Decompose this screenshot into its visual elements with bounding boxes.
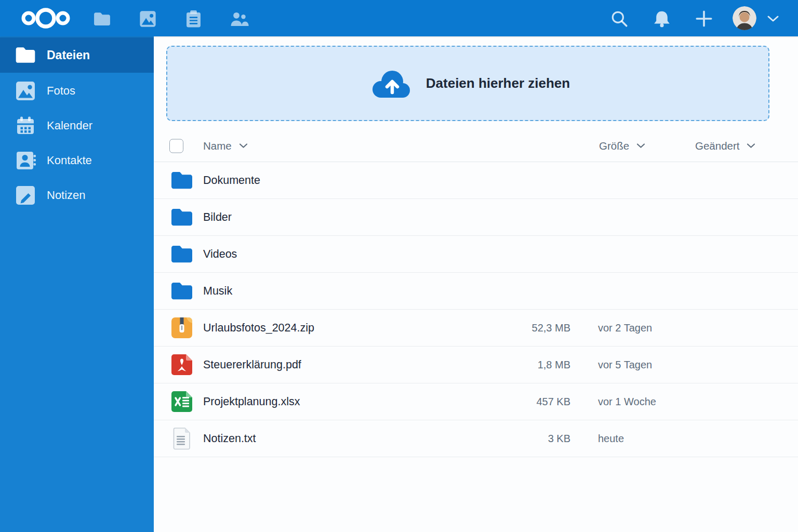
column-label: Name [203, 140, 232, 152]
sidebar-item-dateien[interactable]: Dateien [0, 37, 154, 73]
cloud-upload-icon [366, 68, 417, 100]
zip-icon [169, 315, 194, 340]
column-header-name[interactable]: Name [203, 140, 248, 152]
chevron-down-icon [747, 143, 755, 149]
dropzone-label: Dateien hierher ziehen [426, 75, 570, 91]
file-name: Videos [203, 248, 237, 261]
table-row[interactable]: Bilder [154, 199, 798, 236]
sidebar-item-kontakte[interactable]: Kontakte [0, 143, 154, 178]
chevron-down-icon [239, 143, 248, 149]
sidebar-item-label: Fotos [47, 84, 75, 98]
clipboard-icon [184, 9, 203, 29]
file-modified: vor 1 Woche [598, 396, 656, 408]
file-name: Dokumente [203, 174, 260, 187]
table-row[interactable]: Musik [154, 273, 798, 310]
contact-book-icon [14, 149, 37, 172]
photos-icon [138, 9, 157, 29]
table-row[interactable]: Steuererklärung.pdf 1,8 MB vor 5 Tagen [154, 347, 798, 383]
photos-icon [14, 79, 37, 102]
file-modified: vor 2 Tagen [598, 322, 652, 334]
file-name: Projektplanung.xlsx [203, 395, 300, 408]
calendar-icon [14, 114, 37, 137]
sidebar-item-label: Dateien [47, 48, 90, 62]
chevron-down-icon [636, 143, 645, 149]
notifications-button[interactable] [653, 9, 671, 28]
sidebar-item-notizen[interactable]: Notizen [0, 178, 154, 212]
select-all-checkbox[interactable] [169, 139, 183, 153]
column-header-size[interactable]: Größe [599, 140, 645, 152]
column-header-modified[interactable]: Geändert [695, 140, 755, 152]
search-icon [610, 9, 629, 28]
folder-icon [169, 205, 194, 230]
file-modified: vor 5 Tagen [598, 359, 652, 371]
upload-dropzone[interactable]: Dateien hierher ziehen [166, 46, 769, 121]
bell-icon [653, 9, 671, 28]
app-button-contacts[interactable] [229, 8, 249, 29]
file-name: Urlaubsfotos_2024.zip [203, 322, 314, 335]
sidebar: Dateien Fotos Kalender Kontakte [0, 36, 154, 532]
folder-icon [14, 44, 37, 66]
file-list: Dokumente Bilder Videos Musik Urlaubsfot [154, 162, 798, 457]
top-navigation-bar [0, 0, 798, 36]
app-button-photos[interactable] [137, 8, 158, 29]
table-row[interactable]: Projektplanung.xlsx 457 KB vor 1 Woche [154, 383, 798, 420]
file-size: 457 KB [536, 396, 570, 408]
pdf-icon [169, 352, 194, 377]
column-label: Größe [599, 140, 629, 152]
avatar[interactable] [733, 6, 756, 30]
search-button[interactable] [610, 9, 629, 28]
sidebar-item-label: Kontakte [47, 154, 92, 167]
folder-icon [169, 242, 194, 267]
table-row[interactable]: Urlaubsfotos_2024.zip 52,3 MB vor 2 Tage… [154, 310, 798, 347]
app-button-tasks[interactable] [183, 8, 204, 29]
pencil-note-icon [14, 184, 37, 207]
nextcloud-logo-icon[interactable] [20, 6, 72, 31]
users-icon [230, 9, 249, 29]
table-header: Name Größe Geändert [154, 130, 798, 162]
sidebar-item-fotos[interactable]: Fotos [0, 73, 154, 108]
avatar-menu-chevron-icon[interactable] [767, 15, 779, 23]
table-row[interactable]: Dokumente [154, 162, 798, 199]
file-name: Musik [203, 285, 232, 298]
file-name: Notizen.txt [203, 432, 256, 445]
file-list-panel: Dateien hierher ziehen Name Größe Geände… [154, 36, 798, 532]
file-size: 52,3 MB [532, 322, 570, 334]
folder-icon [169, 168, 194, 193]
file-size: 1,8 MB [538, 359, 570, 371]
file-modified: heute [598, 433, 624, 445]
xlsx-icon [169, 389, 194, 414]
file-size: 3 KB [548, 433, 570, 445]
folder-icon [92, 9, 112, 29]
table-row[interactable]: Videos [154, 236, 798, 273]
table-row[interactable]: Notizen.txt 3 KB heute [154, 420, 798, 457]
sidebar-item-kalender[interactable]: Kalender [0, 108, 154, 143]
add-button[interactable] [695, 9, 713, 28]
file-name: Bilder [203, 211, 232, 224]
txt-icon [169, 426, 194, 451]
file-name: Steuererklärung.pdf [203, 358, 301, 371]
sidebar-item-label: Notizen [47, 189, 86, 202]
sidebar-item-label: Kalender [47, 119, 92, 132]
folder-icon [169, 278, 194, 303]
plus-icon [695, 9, 713, 28]
app-button-files[interactable] [91, 8, 112, 29]
column-label: Geändert [695, 140, 739, 152]
